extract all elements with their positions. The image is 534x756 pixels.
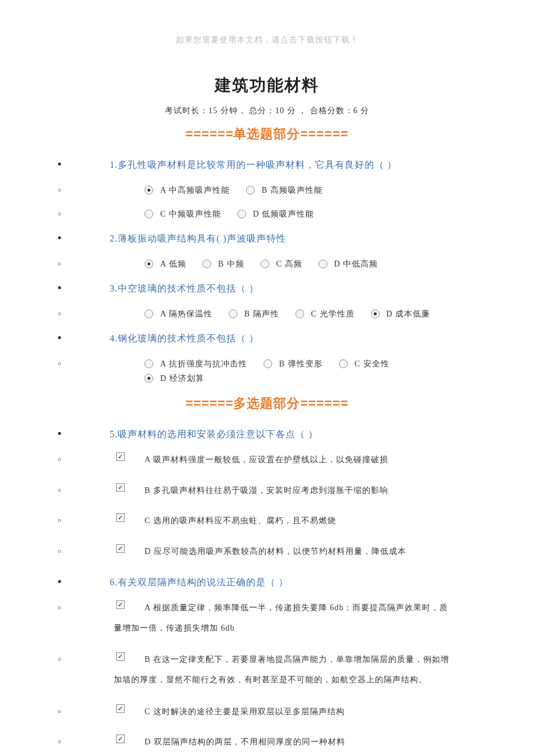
- bullet-dot-icon: [58, 336, 61, 339]
- question-4-options: A 抗折强度与抗冲击性 B 弹性变形 C 安全性 D 经济划算: [58, 357, 476, 386]
- bullet-dot-icon: [58, 432, 61, 435]
- question-5-text: 5.吸声材料的选用和安装必须注意以下各点（ ）: [110, 426, 318, 443]
- option-label: D 低频吸声性能: [253, 207, 315, 221]
- radio-q3-d[interactable]: [371, 309, 380, 318]
- checkbox-q6-c[interactable]: [116, 704, 125, 713]
- question-6-option-c: C 这时解决的途径主要是采用双层以至多层隔声结构: [58, 704, 476, 720]
- bullet-circle-icon: [58, 312, 61, 315]
- question-1-options-row1: A 中高频吸声性能 B 高频吸声性能: [58, 183, 476, 197]
- question-5-option-d: D 应尽可能选用吸声系数较高的材料，以便节约材料用量，降低成本: [58, 544, 476, 560]
- bullet-dot-icon: [58, 163, 61, 165]
- checkbox-q5-d[interactable]: [116, 544, 125, 553]
- page: 如果您需要使用本文档，请点击下载按钮下载！ 建筑功能材料 考试时长：15 分钟，…: [0, 0, 534, 756]
- radio-q4-d[interactable]: [145, 374, 153, 383]
- radio-q3-b[interactable]: [229, 309, 237, 318]
- option-label: B 在这一定律支配下，若要显著地提高隔声能力，单靠增加隔层的质量，例如增: [145, 652, 449, 668]
- bullet-circle-icon: [58, 458, 61, 461]
- bullet-circle-icon: [58, 489, 61, 492]
- bullet-circle-icon: [58, 550, 61, 553]
- bullet-dot-icon: [58, 580, 61, 583]
- question-6-option-a-cont: 量增加一倍，传递损失增加 6db: [114, 621, 476, 636]
- option-label: B 弹性变形: [279, 357, 323, 371]
- bullet-circle-icon: [58, 519, 61, 522]
- radio-q3-c[interactable]: [295, 309, 304, 318]
- radio-q4-b[interactable]: [264, 359, 272, 368]
- checkbox-q6-b[interactable]: [116, 652, 125, 661]
- question-5-option-c: C 选用的吸声材料应不易虫蛀、腐朽，且不易燃烧: [58, 513, 476, 529]
- question-1: 1.多孔性吸声材料是比较常用的一种吸声材料，它具有良好的（ ）: [58, 157, 476, 174]
- bullet-circle-icon: [58, 362, 61, 365]
- option-label: A 根据质量定律，频率降低一半，传递损失要降 6db；而要提高隔声效果时，质: [145, 600, 448, 616]
- radio-q1-c[interactable]: [145, 210, 153, 218]
- bullet-circle-icon: [58, 213, 61, 215]
- question-2: 2.薄板振动吸声结构具有( )声波吸声特性: [58, 231, 476, 247]
- option-label: C 安全性: [355, 357, 389, 371]
- radio-q1-b[interactable]: [246, 186, 255, 195]
- radio-q2-a[interactable]: [145, 260, 153, 268]
- option-label: D 中低高频: [334, 257, 378, 271]
- option-label: B 隔声性: [244, 307, 279, 321]
- option-label: D 经济划算: [160, 371, 204, 386]
- exam-info: 考试时长：15 分钟， 总分：10 分 ， 合格分数：6 分: [58, 106, 476, 116]
- question-5: 5.吸声材料的选用和安装必须注意以下各点（ ）: [58, 426, 476, 443]
- question-6-option-d: D 双层隔声结构的两层，不用相同厚度的同一种材料: [58, 735, 476, 750]
- bullet-circle-icon: [58, 606, 61, 609]
- option-label: D 双层隔声结构的两层，不用相同厚度的同一种材料: [145, 735, 345, 750]
- option-label: D 应尽可能选用吸声系数较高的材料，以便节约材料用量，降低成本: [145, 544, 406, 560]
- option-label: A 抗折强度与抗冲击性: [160, 357, 247, 371]
- option-label: A 吸声材料强度一般较低，应设置在护壁线以上，以免碰撞破损: [145, 452, 388, 468]
- checkbox-q6-a[interactable]: [116, 600, 125, 609]
- question-4: 4.钢化玻璃的技术性质不包括（ ）: [58, 330, 476, 347]
- question-4-text: 4.钢化玻璃的技术性质不包括（ ）: [110, 330, 259, 347]
- question-2-options: A 低频 B 中频 C 高频 D 中低高频: [58, 257, 476, 271]
- radio-q4-a[interactable]: [145, 359, 153, 368]
- bullet-circle-icon: [58, 189, 61, 192]
- radio-q4-c[interactable]: [339, 359, 348, 368]
- option-label: A 隔热保温性: [160, 307, 212, 321]
- section-header-single: ======单选题部分======: [58, 125, 476, 143]
- checkbox-q6-d[interactable]: [116, 735, 125, 743]
- checkbox-q5-c[interactable]: [116, 513, 125, 522]
- checkbox-q5-b[interactable]: [116, 483, 125, 492]
- option-label: B 中频: [218, 257, 244, 271]
- radio-q3-a[interactable]: [145, 309, 153, 318]
- radio-q2-d[interactable]: [319, 260, 327, 268]
- question-6: 6.有关双层隔声结构的说法正确的是（ ）: [58, 574, 476, 591]
- question-1-text: 1.多孔性吸声材料是比较常用的一种吸声材料，它具有良好的（ ）: [110, 157, 397, 174]
- section-header-multi: ======多选题部分======: [58, 395, 476, 412]
- radio-q2-c[interactable]: [261, 260, 269, 268]
- option-label: C 这时解决的途径主要是采用双层以至多层隔声结构: [145, 704, 345, 720]
- question-6-option-b-cont: 加墙的厚度，显然不能行之有效，有时甚至是不可能的，如航空器上的隔声结构。: [114, 672, 476, 688]
- question-3: 3.中空玻璃的技术性质不包括（ ）: [58, 280, 476, 297]
- question-1-options-row2: C 中频吸声性能 D 低频吸声性能: [58, 207, 476, 221]
- question-5-option-b: B 多孔吸声材料往往易于吸湿，安装时应考虑到湿胀干缩的影响: [58, 483, 476, 499]
- radio-q1-d[interactable]: [237, 210, 246, 218]
- option-label: B 多孔吸声材料往往易于吸湿，安装时应考虑到湿胀干缩的影响: [145, 483, 388, 499]
- option-label: C 中频吸声性能: [160, 207, 221, 221]
- question-3-text: 3.中空玻璃的技术性质不包括（ ）: [110, 280, 259, 297]
- bullet-circle-icon: [58, 658, 61, 661]
- top-note: 如果您需要使用本文档，请点击下载按钮下载！: [58, 35, 476, 45]
- question-5-option-a: A 吸声材料强度一般较低，应设置在护壁线以上，以免碰撞破损: [58, 452, 476, 468]
- radio-q1-a[interactable]: [145, 186, 153, 195]
- option-label: B 高频吸声性能: [262, 183, 323, 197]
- question-6-option-b: B 在这一定律支配下，若要显著地提高隔声能力，单靠增加隔层的质量，例如增: [58, 652, 476, 668]
- question-3-options: A 隔热保温性 B 隔声性 C 光学性质 D 成本低廉: [58, 307, 476, 321]
- page-title: 建筑功能材料: [58, 74, 476, 96]
- option-label: C 高频: [276, 257, 302, 271]
- question-6-text: 6.有关双层隔声结构的说法正确的是（ ）: [110, 574, 288, 591]
- option-label: D 成本低廉: [387, 307, 431, 321]
- bullet-dot-icon: [58, 286, 61, 289]
- bullet-circle-icon: [58, 710, 61, 713]
- option-label: A 中高频吸声性能: [160, 183, 230, 197]
- option-label: C 光学性质: [311, 307, 355, 321]
- option-label: A 低频: [160, 257, 186, 271]
- bullet-dot-icon: [58, 236, 61, 239]
- option-label: C 选用的吸声材料应不易虫蛀、腐朽，且不易燃烧: [145, 513, 336, 529]
- radio-q2-b[interactable]: [203, 260, 211, 268]
- checkbox-q5-a[interactable]: [116, 452, 125, 461]
- bullet-circle-icon: [58, 740, 61, 743]
- bullet-circle-icon: [58, 262, 61, 265]
- question-2-text: 2.薄板振动吸声结构具有( )声波吸声特性: [110, 231, 286, 247]
- question-6-option-a: A 根据质量定律，频率降低一半，传递损失要降 6db；而要提高隔声效果时，质: [58, 600, 476, 616]
